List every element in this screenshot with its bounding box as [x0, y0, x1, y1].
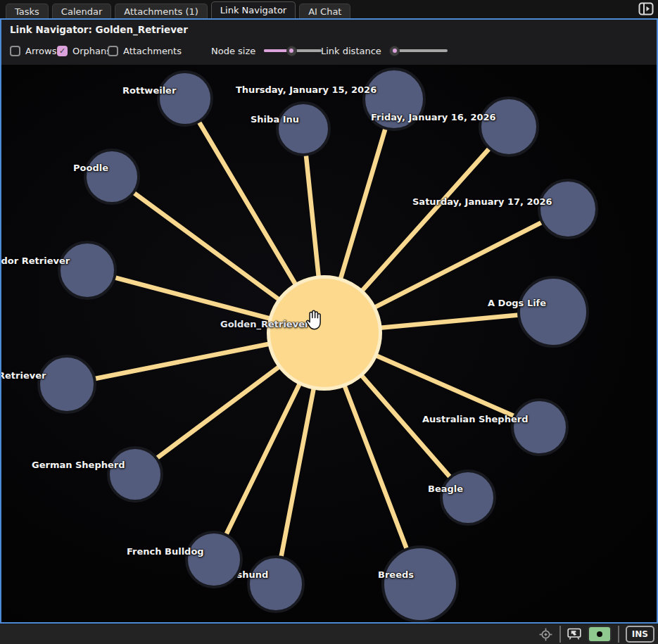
- tab-ai-chat[interactable]: AI Chat: [299, 4, 350, 18]
- record-dot-icon: [597, 631, 602, 637]
- node-label: A Dogs Life: [488, 298, 546, 308]
- node-label: Breeds: [378, 569, 414, 580]
- status-bar: INS: [0, 624, 658, 644]
- link-navigator-panel: Link Navigator: Golden_Retriever Arrows✓…: [0, 18, 658, 624]
- tab-link-navigator[interactable]: Link Navigator: [211, 1, 296, 18]
- panel-title: Link Navigator: Golden_Retriever: [10, 24, 188, 35]
- checkbox-orphans[interactable]: ✓Orphans: [57, 45, 111, 56]
- node-circle[interactable]: [267, 275, 382, 391]
- crosshair-icon: [538, 627, 553, 642]
- slider-label: Node size: [211, 46, 255, 56]
- node-label: Retriever: [1, 370, 46, 381]
- slider-track[interactable]: [390, 49, 448, 52]
- screencast-icon: [567, 628, 581, 640]
- checked-checkbox-icon[interactable]: ✓: [57, 46, 68, 56]
- node-label: Rottweiler: [122, 85, 176, 96]
- node-circle[interactable]: [157, 70, 213, 127]
- node-circle[interactable]: [440, 469, 496, 526]
- node-circle[interactable]: [107, 446, 163, 503]
- checkbox-label: Arrows: [25, 46, 56, 56]
- target-button[interactable]: [538, 627, 553, 642]
- slider-thumb[interactable]: [389, 46, 400, 56]
- node-label: Saturday, January 17, 2026: [412, 196, 552, 207]
- slider-link-distance: Link distance: [321, 45, 448, 56]
- tabs: TasksCalendarAttachments (1)Link Navigat…: [6, 1, 350, 18]
- node-label: German Shepherd: [32, 460, 125, 470]
- node-label: Thursday, January 15, 2026: [236, 84, 377, 95]
- controls-row: Arrows✓OrphansAttachmentsNode sizeLink d…: [1, 45, 657, 56]
- checkbox-label: Attachments: [123, 46, 182, 56]
- node-circle[interactable]: [381, 545, 459, 622]
- node-circle[interactable]: [276, 101, 331, 156]
- slider-label: Link distance: [321, 46, 381, 56]
- node-circle[interactable]: [58, 241, 117, 300]
- unchecked-checkbox-icon[interactable]: [108, 46, 118, 56]
- checkbox-attachments[interactable]: Attachments: [108, 45, 182, 56]
- tab-calendar[interactable]: Calendar: [52, 4, 111, 18]
- node-circle[interactable]: [517, 276, 589, 348]
- slider-node-size: Node size: [211, 45, 322, 56]
- node-circle[interactable]: [479, 96, 539, 157]
- tab-attachments-1[interactable]: Attachments (1): [115, 4, 208, 18]
- checkbox-label: Orphans: [72, 46, 111, 56]
- unchecked-checkbox-icon[interactable]: [10, 46, 20, 56]
- statusbar-separator: [559, 626, 561, 643]
- node-circle[interactable]: [185, 531, 243, 588]
- node-circle[interactable]: [247, 555, 305, 613]
- slider-track[interactable]: [264, 49, 322, 52]
- slider-thumb[interactable]: [286, 46, 297, 56]
- node-label: Friday, January 16, 2026: [371, 112, 496, 122]
- node-circle[interactable]: [37, 355, 96, 414]
- node-label: Golden_Retriever: [220, 319, 309, 329]
- node-label: Beagle: [428, 484, 463, 494]
- graph-canvas: RottweilerThursday, January 15, 2026Shib…: [1, 65, 657, 622]
- checkbox-arrows[interactable]: Arrows: [10, 45, 56, 56]
- node-label: French Bulldog: [127, 546, 204, 557]
- node-circle[interactable]: [84, 149, 140, 205]
- statusbar-separator: [618, 626, 619, 643]
- node-circle[interactable]: [538, 179, 598, 239]
- tab-bar: TasksCalendarAttachments (1)Link Navigat…: [0, 0, 658, 18]
- screencast-button[interactable]: [567, 628, 581, 640]
- node-label: Australian Shepherd: [422, 414, 528, 424]
- sidebar-toggle-icon: [638, 2, 654, 15]
- panel-toggle-button[interactable]: [637, 1, 655, 17]
- tab-tasks[interactable]: Tasks: [6, 4, 49, 18]
- node-label: Labrador Retriever: [1, 255, 70, 266]
- insert-mode-button[interactable]: INS: [626, 626, 654, 643]
- record-button[interactable]: [588, 626, 612, 643]
- node-circle[interactable]: [511, 398, 569, 456]
- node-label: Poodle: [73, 163, 108, 173]
- node-label: Shiba Inu: [251, 114, 299, 125]
